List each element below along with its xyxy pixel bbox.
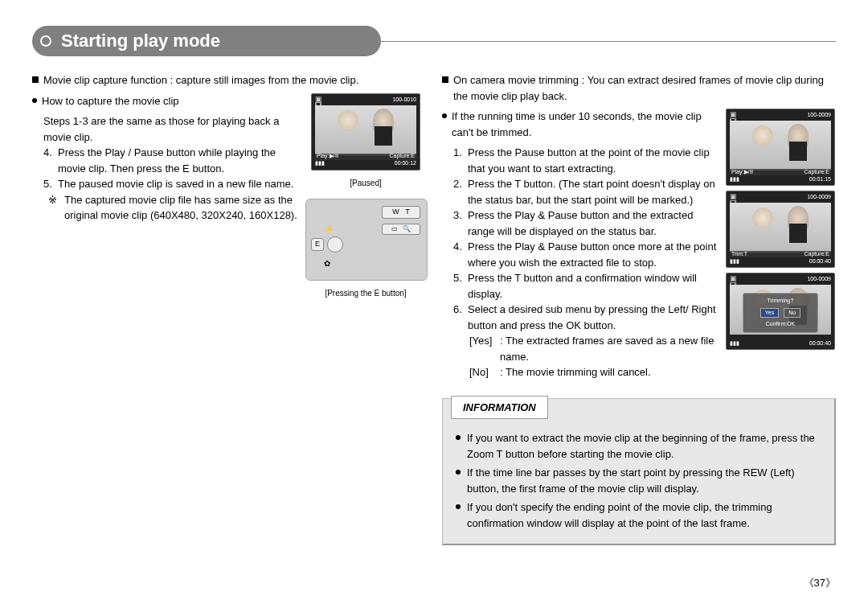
- w-label: W: [392, 207, 399, 218]
- howto-text: How to capture the movie clip: [42, 93, 179, 109]
- lcd-time: 00:00:40: [809, 339, 831, 348]
- info-item: If the time line bar passes by the start…: [456, 465, 821, 496]
- lcd-file: 100-0009: [807, 111, 831, 120]
- step-num: 3.: [453, 208, 465, 239]
- lcd-status: ▮▮▮00:00:40: [730, 257, 831, 266]
- note: ※ The captured movie clip file has same …: [32, 192, 297, 224]
- lcd-file: 100-0009: [807, 193, 831, 202]
- battery-icon: ▮▮▮: [315, 159, 325, 168]
- howto-line: How to capture the movie clip: [32, 93, 297, 109]
- dialog-options: Yes No: [747, 308, 814, 318]
- step-text: Press the T button and a confirmation wi…: [468, 270, 717, 302]
- right-intro: On camera movie trimming : You can extra…: [442, 72, 836, 104]
- dot-bullet-icon: [456, 435, 461, 440]
- lcd-file: 100-0009: [807, 275, 831, 284]
- step-text: Press the Play / Pause button while play…: [58, 145, 297, 176]
- info-text: If you don't specify the ending point of…: [467, 499, 821, 531]
- page-title: Starting play mode: [32, 26, 381, 56]
- dpad-center: [327, 236, 343, 253]
- step-num: 5.: [43, 176, 55, 192]
- cond-line: If the running time is under 10 seconds,…: [442, 109, 717, 140]
- right-column: On camera movie trimming : You can extra…: [442, 72, 836, 545]
- step-num: 2.: [453, 176, 465, 208]
- magnifier-icon: 🔍: [403, 224, 411, 234]
- e-button: E: [311, 238, 324, 251]
- step-5: 5.The paused movie clip is saved in a ne…: [32, 176, 297, 192]
- dialog-title: Trimming?: [747, 297, 814, 306]
- lcd-trim-b: ▣🎞 100-0009 Trim:T Capture:E ▮▮▮00:00:40: [726, 191, 835, 268]
- info-item: If you want to extract the movie clip at…: [456, 430, 821, 462]
- step-num: 4.: [453, 239, 465, 270]
- caption-ebutton: [Pressing the E button]: [305, 287, 426, 299]
- title-dot-icon: [40, 35, 51, 47]
- title-bar: Starting play mode: [32, 24, 836, 58]
- left-body: How to capture the movie clip Steps 1-3 …: [32, 93, 426, 299]
- t-label: T: [405, 207, 410, 218]
- left-screens: ▣🎞 100-0010 Play:▶/ⅠⅠ Capture:E ▮▮▮ 00:0…: [305, 93, 426, 299]
- rstep-5: 5.Press the T button and a confirmation …: [442, 270, 717, 302]
- rstep-4: 4.Press the Play & Pause button once mor…: [442, 239, 717, 270]
- info-body: If you want to extract the movie clip at…: [443, 427, 834, 544]
- step-4: 4.Press the Play / Pause button while pl…: [32, 145, 297, 176]
- dot-bullet-icon: [442, 113, 447, 118]
- lcd-photo: [730, 203, 831, 253]
- rstep-3: 3.Press the Play & Pause button and the …: [442, 208, 717, 239]
- lcd-status: ▮▮▮ 00:00:12: [315, 159, 416, 168]
- note-mark-icon: ※: [48, 192, 59, 224]
- no-text: : The movie trimming will cancel.: [500, 364, 651, 380]
- step-num: 5.: [453, 270, 465, 302]
- left-intro-text: Movie clip capture function : capture st…: [43, 72, 358, 88]
- step-num: 4.: [43, 145, 55, 176]
- title-rule: [381, 41, 836, 42]
- dot-bullet-icon: [456, 470, 461, 475]
- no-line: [No]: The movie trimming will cancel.: [442, 364, 717, 380]
- pre-steps: Steps 1-3 are the same as those for play…: [32, 113, 297, 145]
- square-bullet-icon: [32, 76, 39, 83]
- note-text: The captured movie clip file has same si…: [64, 192, 297, 224]
- no-label: [No]: [469, 364, 498, 380]
- lcd-time: 00:00:12: [395, 159, 416, 168]
- zoom-icons: ▭ 🔍: [382, 224, 420, 235]
- info-text: If the time line bar passes by the start…: [467, 465, 821, 496]
- rstep-6: 6.Select a desired sub menu by pressing …: [442, 302, 717, 333]
- dialog-no: No: [784, 308, 800, 318]
- lcd-paused: ▣🎞 100-0010 Play:▶/ⅠⅠ Capture:E ▮▮▮ 00:0…: [311, 93, 420, 171]
- lcd-file: 100-0010: [392, 96, 416, 105]
- step-text: Press the Play & Pause button and the ex…: [468, 208, 717, 239]
- left-intro: Movie clip capture function : capture st…: [32, 72, 426, 88]
- dialog-confirm: Confirm:OK: [747, 320, 814, 329]
- right-screens: ▣🎞 100-0009 Play:▶/ⅠⅠ Capture:E ▮▮▮00:01…: [725, 109, 836, 350]
- lcd-status: ▮▮▮00:00:40: [730, 339, 831, 348]
- yes-line: [Yes]: The extracted frames are saved as…: [442, 333, 717, 364]
- content-columns: Movie clip capture function : capture st…: [32, 72, 836, 545]
- step-text: Press the Play & Pause button once more …: [468, 239, 717, 270]
- left-column: Movie clip capture function : capture st…: [32, 72, 426, 545]
- dialog-yes: Yes: [760, 308, 779, 318]
- lcd-photo: [730, 121, 831, 171]
- left-text: How to capture the movie clip Steps 1-3 …: [32, 93, 297, 224]
- information-box: INFORMATION If you want to extract the m…: [442, 398, 836, 546]
- step-text: Press the Pause button at the point of t…: [468, 145, 717, 176]
- camera-back-illustration: W T ▭ 🔍 E ⚡ ✿: [305, 199, 428, 281]
- dot-bullet-icon: [456, 504, 461, 509]
- battery-icon: ▮▮▮: [730, 175, 739, 184]
- lcd-status: ▮▮▮00:01:15: [730, 175, 831, 184]
- yes-text: : The extracted frames are saved as a ne…: [500, 333, 717, 364]
- lcd-time: 00:01:15: [809, 175, 831, 184]
- info-item: If you don't specify the ending point of…: [456, 499, 821, 531]
- rstep-2: 2.Press the T button. (The start point d…: [442, 176, 717, 208]
- cond-text: If the running time is under 10 seconds,…: [452, 109, 717, 140]
- lcd-trim-confirm: ▣🎞 100-0009 Trimming? Yes No Confirm:OK …: [726, 273, 835, 350]
- manual-page: Starting play mode Movie clip capture fu…: [0, 0, 868, 600]
- yes-label: [Yes]: [469, 333, 498, 364]
- zoom-rocker: W T: [382, 206, 420, 219]
- square-bullet-icon: [442, 76, 448, 83]
- trim-dialog: Trimming? Yes No Confirm:OK: [743, 293, 818, 333]
- info-text: If you want to extract the movie clip at…: [467, 430, 821, 462]
- right-text: If the running time is under 10 seconds,…: [442, 109, 717, 380]
- battery-icon: ▮▮▮: [730, 257, 739, 266]
- step-text: Select a desired sub menu by pressing th…: [468, 302, 717, 333]
- caption-paused: [Paused]: [305, 177, 426, 189]
- step-num: 6.: [453, 302, 465, 333]
- title-text: Starting play mode: [61, 31, 220, 51]
